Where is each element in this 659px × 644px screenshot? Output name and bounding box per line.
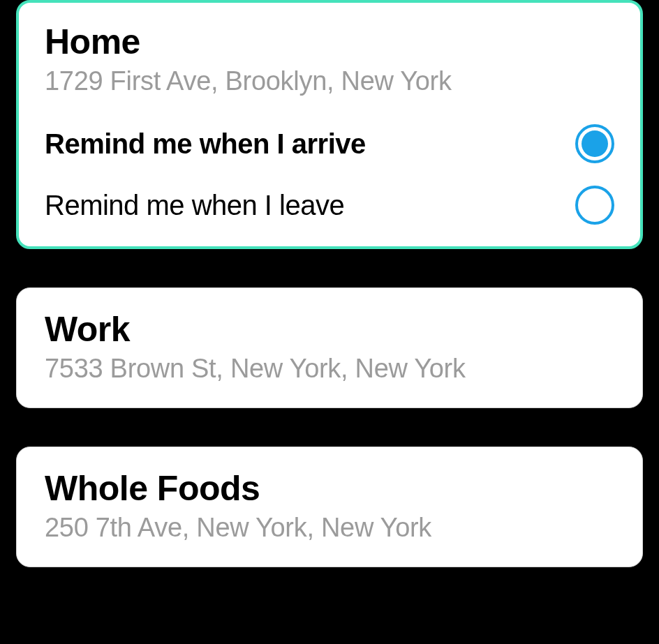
- location-card-home[interactable]: Home 1729 First Ave, Brooklyn, New York …: [16, 0, 643, 249]
- location-address: 250 7th Ave, New York, New York: [45, 513, 614, 543]
- option-label: Remind me when I arrive: [45, 128, 366, 160]
- location-card-whole-foods[interactable]: Whole Foods 250 7th Ave, New York, New Y…: [16, 447, 643, 567]
- location-title: Whole Foods: [45, 468, 614, 509]
- option-remind-arrive[interactable]: Remind me when I arrive: [45, 124, 614, 163]
- location-title: Home: [45, 22, 614, 62]
- location-address: 7533 Brown St, New York, New York: [45, 354, 614, 384]
- location-title: Work: [45, 309, 614, 350]
- location-card-work[interactable]: Work 7533 Brown St, New York, New York: [16, 287, 643, 408]
- radio-icon[interactable]: [575, 186, 614, 225]
- option-label: Remind me when I leave: [45, 190, 344, 221]
- location-address: 1729 First Ave, Brooklyn, New York: [45, 66, 614, 96]
- reminder-options: Remind me when I arrive Remind me when I…: [45, 124, 614, 225]
- option-remind-leave[interactable]: Remind me when I leave: [45, 186, 614, 225]
- radio-icon[interactable]: [575, 124, 614, 163]
